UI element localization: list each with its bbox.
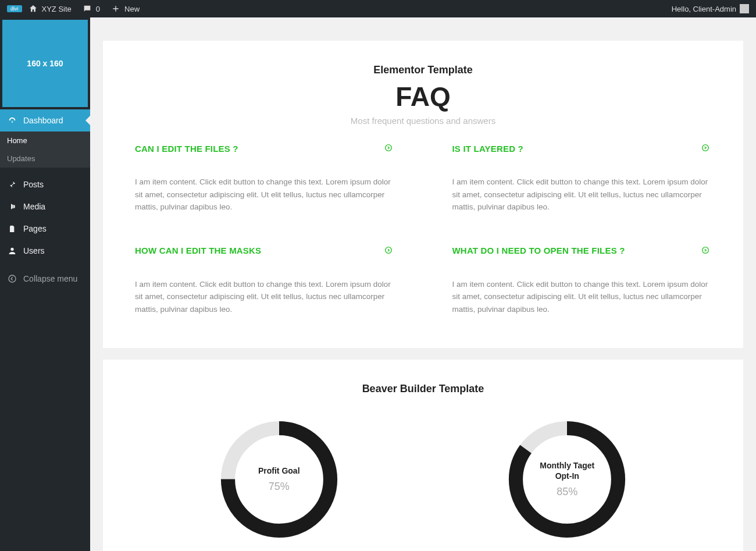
- home-icon: [28, 3, 38, 14]
- sidebar-subitem-home[interactable]: Home: [0, 131, 90, 150]
- svg-point-0: [9, 275, 16, 282]
- svg-point-1: [385, 145, 391, 151]
- gauge-label: Monthly Taget Opt-In: [540, 460, 594, 481]
- faq-answer: I am item content. Click edit button to …: [452, 278, 712, 316]
- faq-toggle-header[interactable]: WHAT DO I NEED TO OPEN THE FILES ?: [452, 246, 712, 256]
- faq-question: CAN I EDIT THE FILES ?: [135, 144, 238, 154]
- gauge-value: 75%: [269, 481, 290, 493]
- main-content: Elementor Template FAQ Most frequent que…: [90, 17, 756, 551]
- sidebar-item-label: Dashboard: [23, 116, 63, 125]
- sidebar-item-users[interactable]: Users: [0, 240, 90, 262]
- sidebar-item-label: Posts: [23, 180, 44, 189]
- faq-toggle-header[interactable]: HOW CAN I EDIT THE MASKS: [135, 246, 394, 256]
- sidebar-item-label: Collapse menu: [23, 274, 77, 283]
- svg-point-2: [702, 145, 709, 151]
- media-icon: [7, 201, 17, 212]
- plus-icon: [110, 3, 121, 14]
- sidebar-item-label: Users: [23, 246, 45, 255]
- elementor-card: Elementor Template FAQ Most frequent que…: [103, 41, 743, 348]
- site-name: XYZ Site: [42, 5, 72, 13]
- svg-point-4: [702, 247, 709, 253]
- elementor-block-title: Elementor Template: [135, 64, 711, 76]
- beaver-card: Beaver Builder Template Profit Goal 75%: [103, 360, 743, 551]
- sidebar-item-collapse[interactable]: Collapse menu: [0, 268, 90, 290]
- faq-toggle-header[interactable]: IS IT LAYERED ?: [452, 143, 712, 154]
- gauge-value: 85%: [557, 486, 577, 498]
- comments-link[interactable]: 0: [82, 3, 100, 14]
- sidebar-item-media[interactable]: Media: [0, 195, 90, 218]
- site-link[interactable]: XYZ Site: [28, 3, 72, 14]
- dashboard-icon: [7, 115, 17, 126]
- sidebar-item-label: Pages: [23, 224, 47, 233]
- admin-sidebar: 160 x 160 Dashboard Home Updates Posts M…: [0, 17, 90, 551]
- comment-count: 0: [96, 5, 100, 13]
- sidebar-item-dashboard[interactable]: Dashboard: [0, 109, 90, 131]
- sidebar-item-posts[interactable]: Posts: [0, 173, 90, 195]
- gauge-monthly-target: Monthly Taget Opt-In 85%: [503, 415, 631, 543]
- comment-icon: [82, 3, 92, 14]
- pages-icon: [7, 223, 17, 234]
- chevron-circle-icon: [701, 246, 711, 256]
- sidebar-item-pages[interactable]: Pages: [0, 218, 90, 240]
- faq-question: HOW CAN I EDIT THE MASKS: [135, 246, 261, 255]
- faq-subtitle: Most frequent questions and answers: [135, 116, 711, 126]
- faq-answer: I am item content. Click edit button to …: [135, 278, 394, 316]
- chevron-circle-icon: [701, 143, 711, 154]
- users-icon: [7, 246, 17, 256]
- admin-topbar: divi XYZ Site 0 New Hello, Client-Admin: [0, 0, 756, 17]
- faq-answer: I am item content. Click edit button to …: [135, 176, 394, 214]
- gauge-label: Profit Goal: [258, 465, 300, 476]
- beaver-block-title: Beaver Builder Template: [135, 383, 711, 395]
- greeting-text: Hello, Client-Admin: [672, 5, 736, 13]
- faq-answer: I am item content. Click edit button to …: [452, 176, 712, 214]
- faq-question: IS IT LAYERED ?: [452, 144, 523, 154]
- chevron-circle-icon: [384, 246, 394, 256]
- faq-item: CAN I EDIT THE FILES ? I am item content…: [135, 143, 394, 214]
- chevron-circle-icon: [384, 143, 394, 154]
- faq-item: IS IT LAYERED ? I am item content. Click…: [452, 143, 712, 214]
- sidebar-subitem-updates[interactable]: Updates: [0, 150, 90, 168]
- faq-title: FAQ: [135, 81, 711, 112]
- avatar: [740, 4, 749, 13]
- faq-item: WHAT DO I NEED TO OPEN THE FILES ? I am …: [452, 246, 712, 316]
- faq-item: HOW CAN I EDIT THE MASKS I am item conte…: [135, 246, 394, 316]
- new-link[interactable]: New: [110, 3, 140, 14]
- account-link[interactable]: Hello, Client-Admin: [672, 4, 749, 13]
- collapse-icon: [7, 273, 17, 284]
- gauge-profit-goal: Profit Goal 75%: [215, 415, 343, 543]
- sidebar-logo: 160 x 160: [2, 20, 88, 107]
- theme-badge[interactable]: divi: [7, 5, 22, 12]
- sidebar-item-label: Media: [23, 202, 45, 211]
- faq-question: WHAT DO I NEED TO OPEN THE FILES ?: [452, 246, 625, 255]
- faq-toggle-header[interactable]: CAN I EDIT THE FILES ?: [135, 143, 394, 154]
- new-label: New: [124, 5, 140, 13]
- pin-icon: [7, 179, 17, 190]
- svg-point-3: [385, 247, 391, 253]
